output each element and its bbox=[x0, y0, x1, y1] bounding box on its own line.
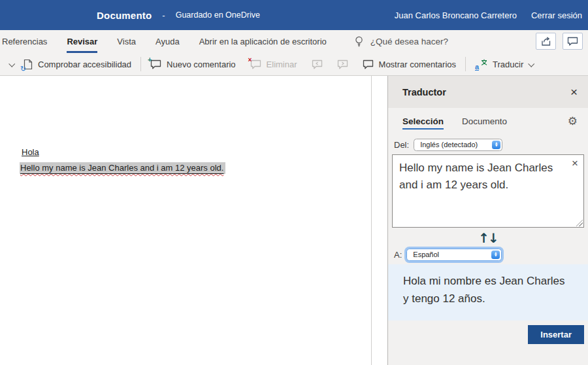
to-label: A: bbox=[394, 250, 402, 260]
tab-open-in-desktop-app[interactable]: Abrir en la aplicación de escritorio bbox=[189, 30, 336, 53]
select-stepper-icon: ▲ ▼ bbox=[491, 251, 500, 259]
textarea-resize-handle[interactable] bbox=[576, 220, 583, 226]
share-icon bbox=[541, 37, 551, 46]
translator-panel: Traductor × Selección Documento ⚙ Del: I… bbox=[388, 76, 588, 365]
select-stepper-icon: ▲ ▼ bbox=[492, 141, 500, 149]
tab-revisar[interactable]: Revisar bbox=[57, 30, 107, 53]
title-separator: - bbox=[162, 10, 165, 20]
document-scroll-gutter[interactable] bbox=[372, 76, 388, 365]
document-canvas[interactable]: Hola Hello my name is Jean Charles and i… bbox=[0, 76, 372, 365]
document-selected-sentence[interactable]: Hello my name is Jean Charles and i am 1… bbox=[20, 163, 225, 173]
tab-ayuda[interactable]: Ayuda bbox=[146, 30, 189, 53]
translate-icon: a bbox=[475, 59, 487, 70]
document-title: Documento bbox=[97, 10, 152, 21]
panel-close-button[interactable]: × bbox=[570, 86, 578, 98]
swap-languages-row: ↑↓ bbox=[388, 230, 588, 248]
tell-me-label: ¿Qué desea hacer? bbox=[370, 37, 448, 46]
show-comments-icon bbox=[363, 60, 374, 69]
translator-title: Traductor bbox=[402, 87, 446, 97]
insert-button-row: Insertar bbox=[392, 325, 584, 344]
ribbon-toolbar: ↻ Comprobar accesibilidad + Nuevo coment… bbox=[0, 53, 588, 76]
ribbon-tabs-row: Referencias Revisar Vista Ayuda Abrir en… bbox=[0, 30, 588, 53]
toolbar-divider bbox=[140, 57, 141, 71]
new-comment-button[interactable]: + Nuevo comentario bbox=[143, 53, 243, 75]
from-language-select[interactable]: Inglés (detectado) ▲ ▼ bbox=[414, 139, 502, 151]
tab-vista[interactable]: Vista bbox=[107, 30, 146, 53]
tab-documento[interactable]: Documento bbox=[462, 108, 507, 134]
content-area: Hola Hello my name is Jean Charles and i… bbox=[0, 76, 588, 365]
to-language-row: A: Español ▲ ▼ bbox=[388, 248, 588, 261]
settings-gear-icon[interactable]: ⚙ bbox=[568, 116, 578, 127]
clear-source-button[interactable]: × bbox=[572, 158, 578, 169]
ribbon-corner-buttons bbox=[536, 33, 583, 50]
swap-languages-icon[interactable]: ↑↓ bbox=[478, 230, 498, 246]
ribbon-collapse-chevron-icon[interactable] bbox=[8, 60, 15, 67]
to-language-select[interactable]: Español ▲ ▼ bbox=[406, 249, 502, 261]
previous-comment-button[interactable] bbox=[304, 53, 330, 75]
source-text-input[interactable]: Hello my name is Jean Charles and i am 1… bbox=[392, 154, 584, 228]
show-comments-button[interactable]: Mostrar comentarios bbox=[355, 53, 463, 75]
translate-label: Traducir bbox=[493, 60, 523, 69]
sign-out-link[interactable]: Cerrar sesión bbox=[531, 10, 582, 20]
saved-status: Guardado en OneDrive bbox=[176, 10, 260, 20]
from-language-row: Del: Inglés (detectado) ▲ ▼ bbox=[388, 138, 588, 151]
translation-result: Hola mi nombre es Jean Charles y tengo 1… bbox=[388, 264, 588, 321]
share-button[interactable] bbox=[536, 33, 556, 50]
comment-icon bbox=[567, 37, 578, 46]
previous-comment-icon bbox=[312, 60, 323, 69]
text-selection-highlight: Hello my name is Jean Charles and i am 1… bbox=[20, 162, 225, 174]
titlebar: Documento - Guardado en OneDrive Juan Ca… bbox=[0, 0, 588, 30]
tab-seleccion[interactable]: Selección bbox=[402, 108, 444, 134]
account-group: Juan Carlos Broncano Carretero Cerrar se… bbox=[395, 0, 582, 30]
from-language-value: Inglés (detectado) bbox=[420, 141, 478, 148]
insert-button[interactable]: Insertar bbox=[528, 325, 584, 344]
translate-chevron-icon bbox=[528, 60, 534, 67]
document-title-group: Documento - Guardado en OneDrive bbox=[97, 0, 260, 30]
tell-me-box[interactable]: ¿Qué desea hacer? bbox=[355, 36, 448, 47]
lightbulb-icon bbox=[355, 36, 363, 47]
user-name[interactable]: Juan Carlos Broncano Carretero bbox=[395, 10, 517, 20]
translator-tabs: Selección Documento ⚙ bbox=[388, 108, 588, 134]
check-accessibility-button[interactable]: ↻ Comprobar accesibilidad bbox=[16, 53, 139, 75]
show-comments-label: Mostrar comentarios bbox=[379, 60, 456, 69]
spellcheck-underline: Hello my name is Jean Charles and i am 1… bbox=[20, 163, 223, 173]
to-language-value: Español bbox=[413, 251, 439, 258]
check-accessibility-label: Comprobar accesibilidad bbox=[38, 60, 131, 69]
new-comment-label: Nuevo comentario bbox=[167, 60, 236, 69]
new-comment-icon: + bbox=[150, 60, 161, 69]
from-label: Del: bbox=[394, 140, 409, 150]
toolbar-divider bbox=[465, 57, 466, 71]
next-comment-icon bbox=[337, 60, 348, 69]
delete-comment-icon: × bbox=[250, 60, 261, 69]
source-text-container: Hello my name is Jean Charles and i am 1… bbox=[392, 154, 584, 228]
comments-button[interactable] bbox=[563, 33, 583, 50]
translate-button[interactable]: a Traducir bbox=[468, 53, 540, 75]
next-comment-button[interactable] bbox=[330, 53, 355, 75]
document-heading[interactable]: Hola bbox=[22, 147, 39, 157]
delete-comment-label: Eliminar bbox=[267, 60, 297, 69]
translator-panel-header: Traductor × bbox=[388, 76, 588, 108]
tab-referencias[interactable]: Referencias bbox=[0, 30, 57, 53]
delete-comment-button[interactable]: × Eliminar bbox=[243, 53, 304, 75]
accessibility-checker-icon: ↻ bbox=[24, 59, 33, 70]
